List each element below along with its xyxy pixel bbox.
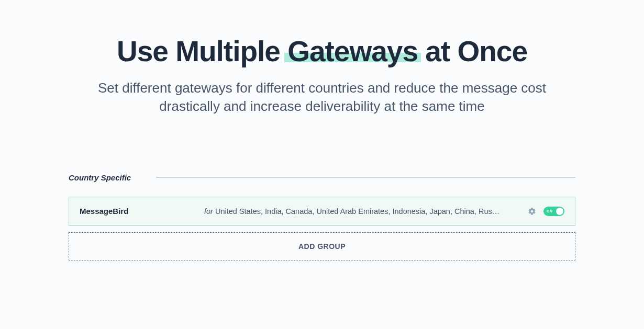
gateway-row[interactable]: MessageBird for United States, India, Ca… (69, 197, 575, 226)
gateway-countries: for United States, India, Canada, United… (204, 207, 503, 215)
add-group-button[interactable]: ADD GROUP (69, 232, 575, 260)
gateway-countries-list: United States, India, Canada, United Ara… (215, 207, 503, 215)
page-subtitle: Set different gateways for different cou… (76, 79, 568, 116)
gateway-toggle[interactable]: ON (543, 207, 564, 216)
section-divider (156, 177, 575, 178)
section-header: Country Specific (69, 173, 575, 182)
heading-part1: Use Multiple (117, 35, 287, 67)
gear-icon[interactable] (528, 207, 536, 215)
add-group-label: ADD GROUP (298, 242, 346, 251)
toggle-on-label: ON (547, 209, 553, 213)
gateway-for-label: for (204, 207, 213, 215)
gateway-name: MessageBird (80, 207, 204, 215)
section-label: Country Specific (69, 173, 131, 182)
heading-highlighted: Gateways (287, 36, 418, 67)
toggle-knob (556, 208, 563, 215)
heading-part2: at Once (418, 35, 527, 67)
page-title: Use Multiple Gateways at Once (0, 36, 644, 67)
